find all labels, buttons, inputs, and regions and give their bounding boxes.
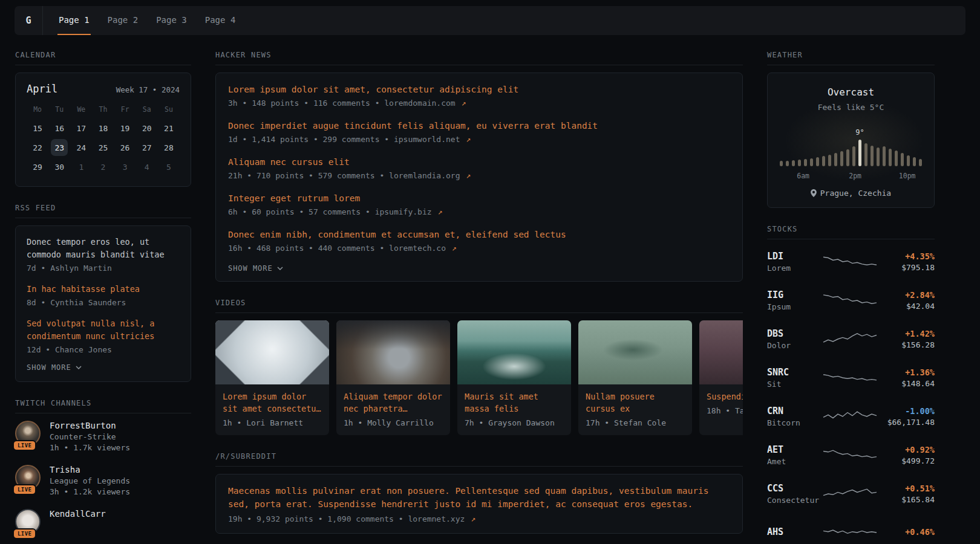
hn-item: Donec imperdiet augue tincidunt felis al… — [228, 119, 730, 144]
reddit-item-title[interactable]: Maecenas mollis pulvinar erat non posuer… — [228, 484, 730, 511]
hn-item-title[interactable]: Lorem ipsum dolor sit amet, consectetur … — [228, 83, 730, 96]
video-title[interactable]: Aliquam tempor dolor nec pharetra… — [344, 390, 443, 415]
calendar-day-outmonth: 3 — [117, 158, 134, 175]
calendar-day: 20 — [139, 120, 155, 137]
chevron-down-icon — [277, 267, 283, 270]
weather-bar — [804, 159, 807, 166]
channel-name[interactable]: Trisha — [50, 465, 130, 474]
rss-item-title[interactable]: In hac habitasse platea — [27, 283, 180, 296]
stock-name: Dolor — [767, 341, 820, 350]
hn-item: Integer eget rutrum lorem 6h • 60 points… — [228, 192, 730, 216]
stock-change: +1.42% — [879, 329, 935, 338]
tab-page-4[interactable]: Page 4 — [204, 6, 237, 35]
twitch-channel[interactable]: LIVE Trisha League of Legends 3h • 1.2k … — [15, 465, 191, 496]
video-thumbnail[interactable] — [578, 320, 692, 384]
weather-bar — [919, 159, 922, 166]
hn-meta-text: 3h • 148 points • 116 comments • loremdo… — [228, 99, 456, 108]
weather-bar — [895, 151, 898, 166]
stock-change: +2.84% — [879, 290, 935, 300]
hackernews-show-more-button[interactable]: SHOW MORE — [228, 264, 283, 273]
external-link-icon[interactable]: ↗ — [466, 171, 471, 180]
weather-bar — [883, 146, 886, 166]
reddit-item-meta: 19h • 9,932 points • 1,090 comments • lo… — [228, 514, 730, 523]
video-meta: 7h • Grayson Dawson — [465, 418, 564, 427]
stock-row[interactable]: AET Amet +0.92% $499.72 — [767, 440, 935, 470]
hn-meta-text: 21h • 710 points • 579 comments • loreml… — [228, 171, 460, 180]
external-link-icon[interactable]: ↗ — [462, 99, 466, 108]
video-card[interactable]: Lorem ipsum dolor sit amet consectetu… 1… — [215, 320, 329, 435]
stock-price: $42.04 — [879, 302, 935, 311]
tab-page-3[interactable]: Page 3 — [155, 6, 188, 35]
weather-bar — [907, 155, 910, 166]
stock-row[interactable]: AHS +0.46% — [767, 517, 935, 544]
video-title[interactable]: Suspendis diam — [707, 390, 743, 403]
stock-row[interactable]: IIG Ipsum +2.84% $42.04 — [767, 285, 935, 316]
calendar-card: April Week 17 • 2024 Mo Tu We Th Fr Sa S… — [15, 73, 191, 187]
video-thumbnail[interactable] — [336, 320, 450, 384]
channel-name[interactable]: ForrestBurton — [50, 421, 130, 430]
video-card[interactable]: Mauris sit amet massa felis 7h • Grayson… — [457, 320, 571, 435]
weather-bar — [786, 161, 789, 166]
twitch-channel[interactable]: LIVE ForrestBurton Counter-Strike 1h • 1… — [15, 421, 191, 452]
hn-item-title[interactable]: Aliquam nec cursus elit — [228, 155, 730, 169]
weather-location: Prague, Czechia — [779, 189, 923, 198]
rss-section-title: RSS FEED — [15, 204, 191, 218]
calendar-day: 17 — [73, 120, 90, 137]
weather-bar — [816, 157, 819, 166]
video-title[interactable]: Mauris sit amet massa felis — [465, 390, 564, 415]
stock-change: +0.51% — [879, 484, 935, 493]
channel-name[interactable]: KendallCarr — [50, 509, 106, 519]
topbar: G Page 1 Page 2 Page 3 Page 4 — [15, 6, 965, 35]
hn-meta-text: 16h • 468 points • 440 comments • loremt… — [228, 244, 446, 253]
external-link-icon[interactable]: ↗ — [437, 207, 442, 216]
calendar-section-title: CALENDAR — [15, 51, 191, 65]
video-card[interactable]: Suspendis diam 18h • Tara — [699, 320, 743, 435]
calendar-day: 15 — [29, 120, 46, 137]
hackernews-card: Lorem ipsum dolor sit amet, consectetur … — [215, 73, 743, 282]
external-link-icon[interactable]: ↗ — [466, 135, 471, 144]
reddit-meta-text: 19h • 9,932 points • 1,090 comments • lo… — [228, 514, 465, 523]
stock-row[interactable]: CCS Consectetur +0.51% $165.84 — [767, 479, 935, 509]
hackernews-widget: HACKER NEWS Lorem ipsum dolor sit amet, … — [215, 51, 743, 282]
current-temp-label: 9° — [855, 128, 864, 137]
rss-show-more-button[interactable]: SHOW MORE — [27, 363, 82, 372]
external-link-icon[interactable]: ↗ — [471, 514, 475, 523]
stock-row[interactable]: LDI Lorem +4.35% $795.18 — [767, 247, 935, 277]
video-thumbnail[interactable] — [457, 320, 571, 384]
hn-item-title[interactable]: Donec imperdiet augue tincidunt felis al… — [228, 119, 730, 132]
weather-card: Overcast Feels like 5°C 9° 6am 2pm 10pm … — [767, 73, 935, 208]
stock-change: +1.36% — [879, 368, 935, 377]
rss-item: Sed volutpat nulla nisl, a condimentum n… — [27, 317, 180, 354]
stock-row[interactable]: SNRC Sit +1.36% $148.64 — [767, 363, 935, 393]
channel-game: League of Legends — [50, 476, 130, 485]
channel-meta: 3h • 1.2k viewers — [50, 487, 130, 496]
video-card[interactable]: Aliquam tempor dolor nec pharetra… 1h • … — [336, 320, 450, 435]
video-thumbnail[interactable] — [215, 320, 329, 384]
stock-symbol: AHS — [767, 526, 820, 537]
stock-row[interactable]: DBS Dolor +1.42% $156.28 — [767, 324, 935, 354]
video-title[interactable]: Lorem ipsum dolor sit amet consectetu… — [223, 390, 322, 415]
twitch-channel[interactable]: LIVE KendallCarr — [15, 509, 191, 534]
stock-name: Ipsum — [767, 302, 820, 311]
external-link-icon[interactable]: ↗ — [452, 244, 457, 253]
rss-item-title[interactable]: Sed volutpat nulla nisl, a condimentum n… — [27, 317, 180, 343]
rss-item-title[interactable]: Donec tempor eros leo, ut commodo mauris… — [27, 236, 180, 261]
calendar-days-grid: 15 16 17 18 19 20 21 22 23 24 25 26 27 2… — [27, 118, 180, 176]
video-thumbnail[interactable] — [699, 320, 743, 384]
hn-item-title[interactable]: Integer eget rutrum lorem — [228, 192, 730, 205]
rss-item-meta: 8d • Cynthia Saunders — [27, 298, 180, 307]
calendar-day-outmonth: 2 — [94, 158, 111, 175]
app-logo[interactable]: G — [15, 6, 43, 35]
hn-item-title[interactable]: Donec enim nibh, condimentum et accumsan… — [228, 228, 730, 241]
reddit-item: Maecenas mollis pulvinar erat non posuer… — [228, 484, 730, 523]
video-card[interactable]: Nullam posuere cursus ex 17h • Stefan Co… — [578, 320, 692, 435]
video-title[interactable]: Nullam posuere cursus ex — [586, 390, 685, 415]
stock-symbol: DBS — [767, 328, 820, 339]
weather-bar: 9° — [858, 140, 861, 166]
stock-sparkline — [820, 523, 879, 542]
video-meta: 17h • Stefan Cole — [586, 418, 685, 427]
stock-sparkline — [820, 253, 879, 271]
tab-page-1[interactable]: Page 1 — [57, 6, 91, 35]
tab-page-2[interactable]: Page 2 — [106, 6, 140, 35]
stock-row[interactable]: CRN Bitcorn -1.00% $66,171.48 — [767, 401, 935, 432]
